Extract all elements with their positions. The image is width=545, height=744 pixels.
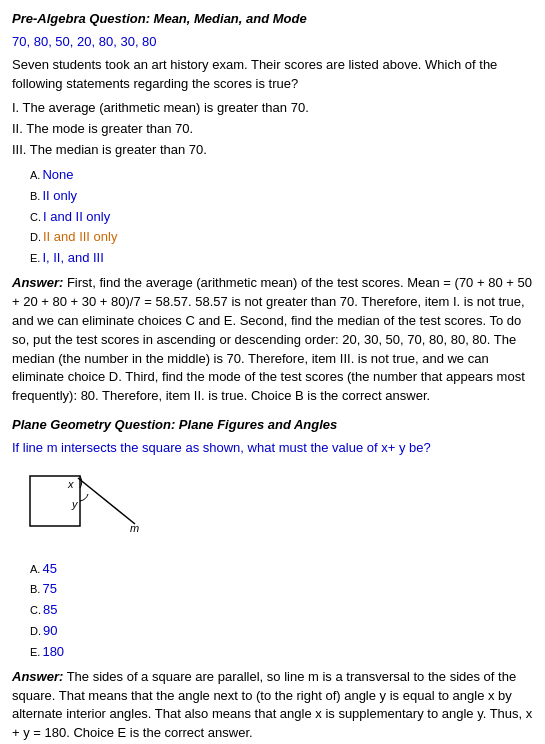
geo-choice-c[interactable]: C. 85 xyxy=(30,601,533,620)
choice-d-letter: D. xyxy=(30,230,41,246)
choice-e-letter: E. xyxy=(30,251,40,267)
section2-answer-text: The sides of a square are parallel, so l… xyxy=(12,669,532,741)
section2-question: If line m intersects the square as shown… xyxy=(12,439,533,458)
geo-choice-b-text: 75 xyxy=(42,580,56,599)
section2: Plane Geometry Question: Plane Figures a… xyxy=(12,416,533,743)
geo-choice-a-letter: A. xyxy=(30,562,40,578)
section1-answer-text: First, find the average (arithmetic mean… xyxy=(12,275,532,403)
geometry-diagram: x y m xyxy=(20,466,533,552)
choice-a-text: None xyxy=(42,166,73,185)
geo-choice-b-letter: B. xyxy=(30,582,40,598)
section2-choices: A. 45 B. 75 C. 85 D. 90 E. 180 xyxy=(30,560,533,662)
geo-choice-a-text: 45 xyxy=(42,560,56,579)
choice-b-letter: B. xyxy=(30,189,40,205)
geo-choice-a[interactable]: A. 45 xyxy=(30,560,533,579)
choice-b[interactable]: B. II only xyxy=(30,187,533,206)
choice-d-text: II and III only xyxy=(43,228,117,247)
geo-choice-e[interactable]: E. 180 xyxy=(30,643,533,662)
section1-question: Seven students took an art history exam.… xyxy=(12,56,533,94)
geo-choice-d-text: 90 xyxy=(43,622,57,641)
choice-e[interactable]: E. I, II, and III xyxy=(30,249,533,268)
statement-2: II. The mode is greater than 70. xyxy=(12,120,533,139)
section1: Pre-Algebra Question: Mean, Median, and … xyxy=(12,10,533,406)
section1-choices: A. None B. II only C. I and II only D. I… xyxy=(30,166,533,268)
geo-choice-e-text: 180 xyxy=(42,643,64,662)
svg-line-3 xyxy=(78,478,135,524)
section2-title: Plane Geometry Question: Plane Figures a… xyxy=(12,416,533,435)
section1-answer-label: Answer: xyxy=(12,275,63,290)
choice-c[interactable]: C. I and II only xyxy=(30,208,533,227)
choice-c-text: I and II only xyxy=(43,208,110,227)
diagram-svg: x y m xyxy=(20,466,150,546)
statement-3: III. The median is greater than 70. xyxy=(12,141,533,160)
geo-choice-e-letter: E. xyxy=(30,645,40,661)
section1-title: Pre-Algebra Question: Mean, Median, and … xyxy=(12,10,533,29)
choice-b-text: II only xyxy=(42,187,77,206)
choice-d[interactable]: D. II and III only xyxy=(30,228,533,247)
section1-scores: 70, 80, 50, 20, 80, 30, 80 xyxy=(12,33,533,52)
choice-c-letter: C. xyxy=(30,210,41,226)
geo-choice-c-letter: C. xyxy=(30,603,41,619)
svg-text:y: y xyxy=(71,498,79,510)
choice-e-text: I, II, and III xyxy=(42,249,103,268)
section2-answer: Answer: The sides of a square are parall… xyxy=(12,668,533,743)
svg-text:m: m xyxy=(130,522,139,534)
geo-choice-d-letter: D. xyxy=(30,624,41,640)
choice-a-letter: A. xyxy=(30,168,40,184)
geo-choice-d[interactable]: D. 90 xyxy=(30,622,533,641)
choice-a[interactable]: A. None xyxy=(30,166,533,185)
statement-1: I. The average (arithmetic mean) is grea… xyxy=(12,99,533,118)
section1-answer: Answer: First, find the average (arithme… xyxy=(12,274,533,406)
geo-choice-b[interactable]: B. 75 xyxy=(30,580,533,599)
section2-answer-label: Answer: xyxy=(12,669,63,684)
svg-text:x: x xyxy=(67,478,74,490)
geo-choice-c-text: 85 xyxy=(43,601,57,620)
